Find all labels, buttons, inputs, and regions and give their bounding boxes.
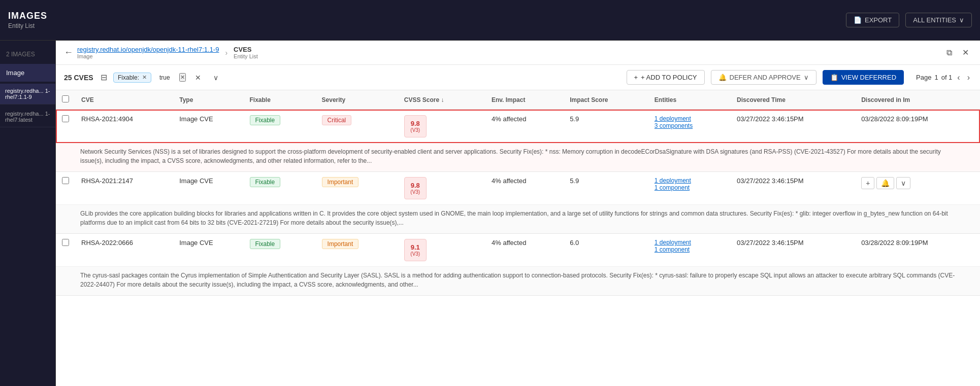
th-checkbox [56,90,75,110]
close-panel-button[interactable]: ✕ [959,46,972,59]
th-fixable: Fixable [244,90,316,110]
filter-dropdown-button[interactable]: ∨ [210,73,221,83]
filter-clear-all-button[interactable]: ✕ [192,73,204,83]
chevron-down-icon: ∨ [959,16,964,24]
header-actions: 📄 EXPORT ALL ENTITIES ∨ [846,13,972,27]
cell-cve-id: RHSA-2021:2147 [75,172,173,205]
breadcrumb-image-link[interactable]: registry.redhat.io/openjdk/openjdk-11-rh… [77,46,219,53]
description-row-1: GLib provides the core application build… [56,205,980,234]
cell-severity: Important [316,234,398,267]
row-checkbox-0[interactable] [62,115,69,122]
fixable-badge: Fixable [250,177,281,187]
header-brand: IMAGES Entity List [8,11,47,29]
prev-page-button[interactable]: ‹ [955,72,962,83]
view-deferred-icon: 📋 [830,74,838,81]
description-cell: The cyrus-sasl packages contain the Cyru… [56,267,980,296]
all-entities-button[interactable]: ALL ENTITIES ∨ [905,13,972,27]
add-action-button[interactable]: + [861,177,874,189]
table-row-1[interactable]: RHSA-2021:2147 Image CVE Fixable Importa… [56,172,980,205]
row-checkbox-1[interactable] [62,177,69,184]
panel-breadcrumb-nav: ← registry.redhat.io/openjdk/openjdk-11-… [64,46,258,59]
table-row-0[interactable]: RHSA-2021:4904 Image CVE Fixable Critica… [56,110,980,143]
cell-checkbox [56,234,75,267]
cell-env-impact: 4% affected [485,110,564,143]
add-to-policy-button[interactable]: + + ADD TO POLICY [627,70,705,85]
sidebar-image-item-1[interactable]: registry.redha... 1-rhel7:latest [0,107,55,127]
filter-chip-label: Fixable: [118,74,139,81]
breadcrumb-link-container: registry.redhat.io/openjdk/openjdk-11-rh… [77,46,219,59]
th-type: Type [173,90,243,110]
breadcrumb-arrow-icon: › [225,49,227,57]
cell-entities: 1 deployment1 component [648,234,731,267]
cell-cve-id: RHSA-2021:4904 [75,110,173,143]
defer-and-approve-button[interactable]: 🔔 DEFER AND APPROVE ∨ [711,70,816,85]
cell-entities: 1 deployment3 components [648,110,731,143]
filter-value-clear-button[interactable]: ✕ [179,73,186,82]
cell-type: Image CVE [173,234,243,267]
breadcrumb-current: CVES Entity List [234,46,258,59]
expand-action-button[interactable]: ∨ [896,177,910,189]
description-row-2: The cyrus-sasl packages contain the Cyru… [56,267,980,296]
th-discovered-time: Discovered Time [731,90,855,110]
table-row-2[interactable]: RHSA-2022:0666 Image CVE Fixable Importa… [56,234,980,267]
app-subtitle: Entity List [8,22,47,29]
cve-table: CVE Type Fixable Severity CVSS Score ↓ E… [56,90,980,296]
cell-env-impact: 4% affected [485,172,564,205]
cell-cvss: 9.8 (V3) [398,172,485,205]
table-header-row: CVE Type Fixable Severity CVSS Score ↓ E… [56,90,980,110]
export-icon: 📄 [854,16,862,24]
external-link-button[interactable]: ⧉ [943,46,955,59]
view-deferred-button[interactable]: 📋 VIEW DEFERRED [823,70,904,85]
filter-chip-close-button[interactable]: ✕ [142,74,147,81]
select-all-checkbox[interactable] [62,95,69,102]
pagination: Page 1 of 1 ‹ › [916,72,972,83]
th-impact-score: Impact Score [564,90,648,110]
panel-header: ← registry.redhat.io/openjdk/openjdk-11-… [56,41,980,65]
cell-discovered-time: 03/27/2022 3:46:15PM [731,110,855,143]
th-env-impact: Env. Impact [485,90,564,110]
cell-discovered-time: 03/27/2022 3:46:15PM [731,234,855,267]
sidebar-image-item-0[interactable]: registry.redha... 1-rhel7:1.1-9 [0,84,55,104]
cell-fixable: Fixable [244,110,316,143]
description-row-0: Network Security Services (NSS) is a set… [56,143,980,172]
severity-badge: Important [322,177,359,187]
back-button[interactable]: ← [64,47,73,58]
cell-checkbox [56,172,75,205]
filter-chip-fixable: Fixable: ✕ [113,73,151,83]
cell-discovered-in: + 🔔 ∨ [855,172,980,205]
cell-discovered-in: 03/28/2022 8:09:19PM [855,234,980,267]
cell-checkbox [56,110,75,143]
cvss-badge: 9.1 (V3) [404,239,427,261]
app-title: IMAGES [8,11,47,21]
next-page-button[interactable]: › [965,72,972,83]
current-page: 1 [934,74,938,81]
fixable-badge: Fixable [250,239,281,249]
cell-fixable: Fixable [244,172,316,205]
bell-action-button[interactable]: 🔔 [876,177,894,189]
cell-cvss: 9.1 (V3) [398,234,485,267]
row-checkbox-2[interactable] [62,239,69,246]
cell-impact-score: 5.9 [564,110,648,143]
cell-type: Image CVE [173,110,243,143]
main-panel: ← registry.redhat.io/openjdk/openjdk-11-… [56,41,980,386]
cvss-badge: 9.8 (V3) [404,115,427,137]
cell-env-impact: 4% affected [485,234,564,267]
cell-fixable: Fixable [244,234,316,267]
cell-entities: 1 deployment1 component [648,172,731,205]
description-cell: Network Security Services (NSS) is a set… [56,143,980,172]
th-discovered-in: Discovered in Im [855,90,980,110]
cvss-badge: 9.8 (V3) [404,177,427,199]
sidebar: 2 IMAGES Image registry.redha... 1-rhel7… [0,41,56,386]
cell-type: Image CVE [173,172,243,205]
filter-value-true: true [157,73,172,82]
fixable-badge: Fixable [250,115,281,125]
cell-cvss: 9.8 (V3) [398,110,485,143]
export-button[interactable]: 📄 EXPORT [846,13,899,27]
cell-impact-score: 6.0 [564,234,648,267]
th-cve: CVE [75,90,173,110]
cell-discovered-time: 03/27/2022 3:46:15PM [731,172,855,205]
cell-cve-id: RHSA-2022:0666 [75,234,173,267]
filter-bar: 25 CVES ⊟ Fixable: ✕ true ✕ ✕ ∨ + + ADD … [56,65,980,90]
sidebar-item-image[interactable]: Image [0,64,55,82]
cell-impact-score: 5.9 [564,172,648,205]
